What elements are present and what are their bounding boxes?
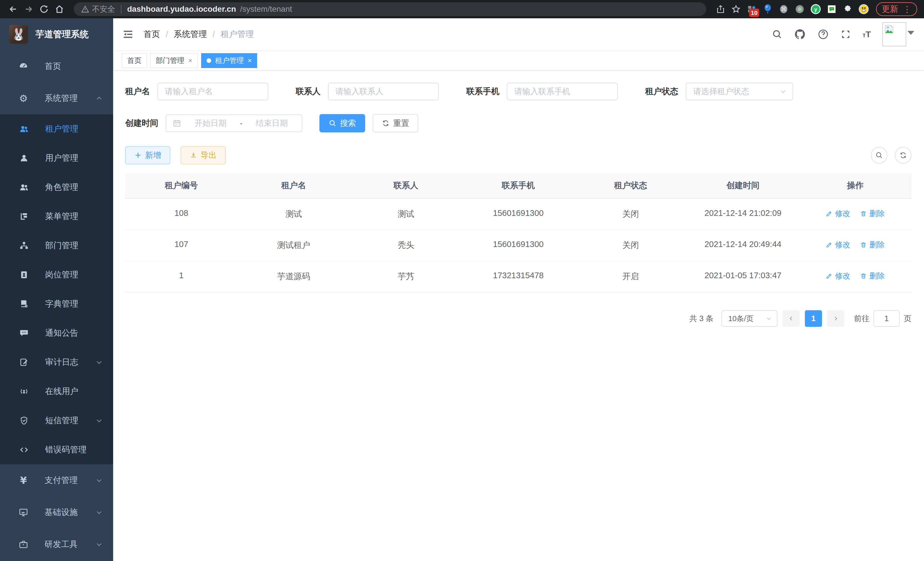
close-icon[interactable]: × — [188, 57, 192, 65]
tab-dept[interactable]: 部门管理 × — [150, 53, 198, 68]
toggle-search-icon[interactable] — [871, 147, 887, 164]
delete-row-button[interactable]: 删除 — [860, 271, 885, 281]
url-path: /system/tenant — [240, 5, 292, 14]
avatar-dropdown-caret[interactable] — [908, 31, 914, 35]
contact-input[interactable] — [328, 83, 439, 100]
sidebar-item-online[interactable]: 在线用户 — [0, 377, 113, 406]
browser-home-icon[interactable] — [53, 3, 66, 15]
add-button[interactable]: 新增 — [125, 146, 170, 164]
user-avatar[interactable] — [882, 22, 906, 46]
refresh-table-icon[interactable] — [895, 147, 911, 164]
url-host: dashboard.yudao.iocoder.cn — [127, 5, 236, 14]
sidebar-item-tenant[interactable]: 租户管理 — [0, 114, 113, 144]
cell-status: 开启 — [574, 261, 687, 292]
sidebar-item-notice[interactable]: 通知公告 — [0, 319, 113, 348]
extension-icon-grid[interactable]: 10 — [745, 3, 758, 16]
browser-back-icon[interactable] — [7, 3, 20, 15]
extension-icon-yuque[interactable]: y — [809, 3, 822, 16]
mobile-input[interactable] — [507, 83, 618, 100]
sidebar-item-role[interactable]: 角色管理 — [0, 173, 113, 202]
sidebar-item-sms[interactable]: 短信管理 — [0, 406, 113, 435]
sidebar-item-home[interactable]: 首页 — [0, 50, 113, 82]
trash-icon — [860, 210, 867, 217]
edit-row-button[interactable]: 修改 — [826, 271, 850, 281]
app-logo[interactable]: 🐰 芋道管理系统 — [0, 18, 113, 50]
breadcrumb-separator: / — [213, 30, 215, 39]
extension-icon-command[interactable]: ⌘ — [777, 3, 790, 16]
address-bar[interactable]: 不安全 dashboard.yudao.iocoder.cn/system/te… — [74, 2, 706, 16]
sidebar-item-label: 租户管理 — [45, 123, 103, 135]
close-icon[interactable]: × — [248, 57, 252, 65]
date-range-picker[interactable]: 开始日期 - 结束日期 — [166, 114, 302, 132]
header-search-icon[interactable] — [772, 29, 783, 40]
tab-home[interactable]: 首页 — [122, 53, 147, 68]
column-header: 联系人 — [350, 174, 462, 198]
browser-reload-icon[interactable] — [38, 3, 50, 15]
app-title: 芋道管理系统 — [35, 28, 88, 40]
goto-label: 前往 — [854, 313, 869, 324]
fullscreen-icon[interactable] — [840, 29, 851, 40]
prev-page-button[interactable] — [783, 310, 800, 327]
active-dot — [207, 58, 211, 63]
browser-forward-icon[interactable] — [22, 3, 35, 15]
edit-row-button[interactable]: 修改 — [826, 240, 850, 250]
user-icon — [19, 153, 29, 163]
page-number-button[interactable]: 1 — [805, 310, 822, 327]
sidebar-item-menu[interactable]: 菜单管理 — [0, 202, 113, 231]
refresh-icon — [382, 119, 390, 127]
extension-icon-record[interactable] — [793, 3, 806, 16]
cell-tenant-id: 108 — [125, 199, 237, 230]
page-size-select[interactable]: 10条/页 — [722, 310, 777, 327]
sidebar-item-label: 研发工具 — [45, 539, 80, 550]
sidebar-item-devtools[interactable]: 研发工具 — [0, 528, 113, 560]
sidebar-item-system[interactable]: ⚙ 系统管理 — [0, 82, 113, 114]
tab-tenant[interactable]: 租户管理 × — [201, 53, 257, 68]
reset-button-label: 重置 — [393, 118, 409, 129]
breadcrumb-section[interactable]: 系统管理 — [174, 29, 207, 40]
delete-row-button[interactable]: 删除 — [860, 208, 885, 219]
sidebar-item-audit[interactable]: 审计日志 — [0, 348, 113, 377]
profile-avatar-icon[interactable] — [857, 3, 870, 16]
reset-button[interactable]: 重置 — [373, 114, 418, 132]
sidebar-item-dept[interactable]: 部门管理 — [0, 231, 113, 260]
sidebar-item-label: 通知公告 — [45, 327, 103, 339]
cell-status: 关闭 — [574, 230, 687, 261]
sidebar-item-pay[interactable]: ¥ 支付管理 — [0, 464, 113, 496]
sidebar-item-label: 支付管理 — [45, 475, 80, 486]
help-icon[interactable] — [818, 29, 829, 40]
sidebar-item-dict[interactable]: 字典管理 — [0, 289, 113, 319]
bookmark-star-icon[interactable] — [730, 3, 742, 15]
system-submenu: 租户管理 用户管理 角色管理 菜单管理 — [0, 114, 113, 464]
cell-create-time: 2021-01-05 17:03:47 — [687, 261, 799, 292]
cell-tenant-name: 芋道源码 — [237, 261, 350, 292]
extension-icon-chat[interactable] — [825, 3, 838, 16]
plus-icon — [134, 152, 142, 159]
github-icon[interactable] — [794, 28, 806, 40]
delete-row-button[interactable]: 删除 — [860, 240, 885, 250]
sidebar-item-user[interactable]: 用户管理 — [0, 144, 113, 173]
sidebar-item-label: 菜单管理 — [45, 211, 103, 222]
contact-label: 联系人 — [296, 86, 321, 97]
security-warning[interactable]: 不安全 — [81, 4, 115, 14]
sidebar-item-infra[interactable]: 基础设施 — [0, 496, 113, 528]
browser-update-button[interactable]: 更新 ⋮ — [876, 2, 917, 16]
extension-icon-balloon[interactable] — [761, 3, 774, 16]
browser-menu-icon[interactable]: ⋮ — [903, 4, 911, 14]
next-page-button[interactable] — [827, 310, 844, 327]
export-button[interactable]: 导出 — [181, 146, 226, 164]
breadcrumb-home[interactable]: 首页 — [143, 29, 160, 40]
message-icon — [19, 328, 29, 338]
edit-row-button[interactable]: 修改 — [826, 208, 850, 219]
status-select[interactable]: 请选择租户状态 — [686, 83, 793, 100]
trash-icon — [860, 241, 867, 248]
sidebar-item-post[interactable]: 岗位管理 — [0, 260, 113, 289]
goto-page-input[interactable] — [873, 310, 900, 327]
search-button[interactable]: 搜索 — [320, 114, 365, 132]
breadcrumb-current: 租户管理 — [220, 29, 254, 40]
tenant-name-input[interactable] — [158, 83, 268, 100]
sidebar-item-errcode[interactable]: 错误码管理 — [0, 435, 113, 464]
font-size-icon[interactable]: тT — [862, 29, 871, 39]
extensions-puzzle-icon[interactable] — [841, 3, 854, 16]
collapse-sidebar-icon[interactable] — [122, 29, 134, 40]
share-icon[interactable] — [714, 3, 727, 15]
